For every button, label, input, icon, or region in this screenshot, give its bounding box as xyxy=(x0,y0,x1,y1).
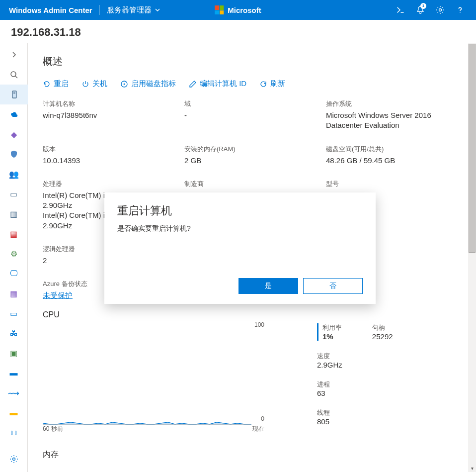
top-bar: Windows Admin Center 服务器管理器 Microsoft 1 xyxy=(0,0,476,20)
scroll-down-arrow[interactable]: ▾ xyxy=(468,464,476,472)
proc-value: 63 xyxy=(317,389,342,397)
sidebar-search[interactable] xyxy=(0,65,28,85)
computer-name-value: win-q7l3895t6nv xyxy=(43,110,184,120)
domain-label: 域 xyxy=(184,99,326,108)
storage-icon: ▭ xyxy=(10,189,17,199)
sidebar-item-storage[interactable]: ▭ xyxy=(0,184,28,204)
restart-icon xyxy=(43,80,51,88)
dialog-yes-label: 是 xyxy=(265,282,272,290)
host-ip: 192.168.31.18 xyxy=(0,20,476,43)
scrollbar-thumb[interactable] xyxy=(469,44,476,253)
svg-rect-8 xyxy=(43,323,251,425)
powershell-icon[interactable] xyxy=(391,0,410,20)
sidebar-item-users[interactable]: 👥 xyxy=(0,164,28,184)
firewall-icon: ▦ xyxy=(10,229,17,239)
sidebar-settings[interactable] xyxy=(0,449,28,469)
sidebar-item-firewall[interactable]: ▦ xyxy=(0,224,28,244)
edit-id-button[interactable]: 编辑计算机 ID xyxy=(189,79,246,89)
dialog-yes-button[interactable]: 是 xyxy=(238,278,298,294)
restart-label: 重启 xyxy=(54,79,69,89)
scrollbar-track[interactable]: ▴ ▾ xyxy=(468,43,476,472)
handles-label: 句柄 xyxy=(372,323,393,332)
svg-point-5 xyxy=(12,458,15,461)
sidebar-item-files[interactable]: ▬ xyxy=(0,403,28,423)
disk-label: 磁盘空间(可用/总共) xyxy=(326,145,461,154)
field-computer-name: 计算机名称 win-q7l3895t6nv xyxy=(43,99,184,131)
sidebar-item-overview[interactable] xyxy=(0,85,28,104)
cpu-threads: 线程 805 xyxy=(317,408,342,426)
breadcrumb-dropdown[interactable]: 服务器管理器 xyxy=(107,5,160,15)
memory-section-title: 内存 xyxy=(43,450,461,460)
util-value: 1% xyxy=(322,332,342,341)
speed-value: 2.9GHz xyxy=(317,361,342,369)
disk-metrics-button[interactable]: 启用磁盘指标 xyxy=(120,79,176,89)
shutdown-label: 关机 xyxy=(92,79,107,89)
sidebar-item-services[interactable]: ⚙ xyxy=(0,244,28,264)
svg-rect-3 xyxy=(13,92,15,93)
proc-label: 进程 xyxy=(317,380,342,389)
handles-value: 25292 xyxy=(372,332,393,341)
sidebar-item-performance[interactable]: ⫾⫾ xyxy=(0,423,28,443)
disk-value: 48.26 GB / 59.45 GB xyxy=(326,156,461,166)
sidebar-item-azure-hybrid[interactable] xyxy=(0,104,28,124)
field-version: 版本 10.0.14393 xyxy=(43,145,184,166)
shutdown-button[interactable]: 关机 xyxy=(81,79,107,89)
ram-value: 2 GB xyxy=(184,156,326,166)
devices-icon: ▥ xyxy=(10,209,17,219)
cloud-icon xyxy=(10,110,18,118)
microsoft-label: Microsoft xyxy=(228,6,261,14)
os-label: 操作系统 xyxy=(326,99,461,108)
folder-icon: ▬ xyxy=(10,408,18,417)
version-value: 10.0.14393 xyxy=(43,156,184,166)
action-bar: 重启 关机 启用磁盘指标 编辑计算机 ID 刷新 xyxy=(43,79,461,89)
refresh-button[interactable]: 刷新 xyxy=(259,79,285,89)
speed-label: 速度 xyxy=(317,352,342,361)
ram-label: 安装的内存(RAM) xyxy=(184,145,326,154)
page-title: 概述 xyxy=(43,55,461,68)
sidebar-item-cable[interactable]: ⟿ xyxy=(0,383,28,403)
disk-metrics-label: 启用磁盘指标 xyxy=(131,79,176,89)
sidebar-item-azure-backup[interactable]: ◆ xyxy=(0,124,28,144)
chevron-right-icon xyxy=(10,51,17,58)
cable-icon: ⟿ xyxy=(8,388,19,398)
sidebar-item-devices[interactable]: ▥ xyxy=(0,204,28,224)
sidebar-item-security[interactable] xyxy=(0,144,28,164)
calendar-icon: ▦ xyxy=(10,289,17,298)
help-icon[interactable] xyxy=(450,0,470,20)
cpu-label: 处理器 xyxy=(43,180,184,189)
search-icon xyxy=(10,71,18,79)
notifications-icon[interactable]: 1 xyxy=(410,0,430,20)
gear-icon xyxy=(9,455,18,464)
separator xyxy=(99,5,100,15)
dialog-no-button[interactable]: 否 xyxy=(303,278,363,294)
util-label: 利用率 xyxy=(322,323,342,332)
users-icon: 👥 xyxy=(9,170,19,179)
cpu-speed: 速度 2.9GHz xyxy=(317,352,342,369)
monitor-icon: 🖵 xyxy=(10,269,18,278)
sidebar-item-monitor[interactable]: 🖵 xyxy=(0,264,28,284)
threads-label: 线程 xyxy=(317,408,342,417)
sidebar-item-network[interactable]: 🖧 xyxy=(0,323,28,343)
restart-button[interactable]: 重启 xyxy=(43,79,69,89)
sidebar-item-calendar[interactable]: ▦ xyxy=(0,284,28,303)
disk-icon xyxy=(120,80,128,88)
sidebar-item-certificates[interactable]: ▬ xyxy=(0,363,28,383)
threads-value: 805 xyxy=(317,417,342,426)
sidebar-toggle[interactable] xyxy=(0,45,28,65)
cpu-handles: 句柄 25292 xyxy=(372,323,393,341)
field-ram: 安装的内存(RAM) 2 GB xyxy=(184,145,326,166)
computer-name-label: 计算机名称 xyxy=(43,99,184,108)
server-icon xyxy=(10,91,18,98)
refresh-icon xyxy=(259,80,267,88)
edit-id-label: 编辑计算机 ID xyxy=(200,79,246,89)
sidebar-item-registry[interactable]: ▣ xyxy=(0,343,28,363)
chevron-down-icon xyxy=(155,7,160,13)
field-domain: 域 - xyxy=(184,99,326,131)
brand-title: Windows Admin Center xyxy=(9,6,92,14)
cpu-processes: 进程 63 xyxy=(317,380,342,397)
settings-icon[interactable] xyxy=(430,0,450,20)
svg-point-1 xyxy=(11,72,16,77)
network-icon: 🖧 xyxy=(10,329,18,338)
restart-confirm-dialog: 重启计算机 是否确实要重启计算机? 是 否 xyxy=(104,192,376,304)
sidebar-item-vm[interactable]: ▭ xyxy=(0,303,28,323)
